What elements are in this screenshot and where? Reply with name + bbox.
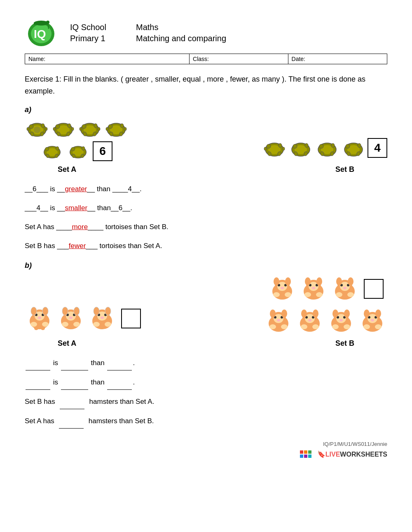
svg-point-127 xyxy=(312,287,315,289)
svg-point-89 xyxy=(41,327,45,330)
svg-point-175 xyxy=(364,309,370,318)
blank-b2-3[interactable] xyxy=(107,375,132,390)
set-a-count-box: 6 xyxy=(93,141,112,161)
svg-point-118 xyxy=(273,292,280,297)
worksheet-code: IQ/P1/M/U1/WS011/Jennie xyxy=(323,441,387,447)
tortoise-icon xyxy=(25,118,49,139)
svg-point-96 xyxy=(74,307,80,315)
svg-point-129 xyxy=(316,292,323,297)
header-text: IQ School Maths Primary 1 Matching and c… xyxy=(70,23,226,43)
svg-point-166 xyxy=(344,309,350,318)
set-a-top xyxy=(25,118,129,139)
liveworksheets-brand: 🔖LIVEWORKSHEETS xyxy=(300,450,387,458)
svg-point-27 xyxy=(94,124,97,128)
svg-point-115 xyxy=(274,277,279,286)
svg-point-84 xyxy=(42,307,48,315)
svg-point-106 xyxy=(105,307,111,315)
svg-point-43 xyxy=(56,147,59,150)
svg-point-126 xyxy=(316,277,322,286)
set-a-label-b: Set A xyxy=(58,339,76,348)
instruction-text: Exercise 1: Fill in the blanks. ( greate… xyxy=(25,73,387,97)
svg-point-119 xyxy=(285,292,291,297)
section-a-label: a) xyxy=(25,105,387,114)
svg-point-176 xyxy=(375,309,381,318)
svg-point-98 xyxy=(62,322,68,327)
svg-point-168 xyxy=(332,324,339,329)
svg-point-125 xyxy=(305,277,311,286)
section-b: b) xyxy=(25,261,387,429)
svg-point-167 xyxy=(339,319,343,321)
svg-point-158 xyxy=(301,324,307,329)
svg-point-128 xyxy=(304,292,311,297)
svg-point-165 xyxy=(332,309,338,318)
blank-num-1: __6___ xyxy=(25,185,48,193)
tortoise-icon xyxy=(67,142,89,160)
hamster-icon xyxy=(330,274,360,304)
school-label: IQ School xyxy=(70,23,136,32)
blank-b2-1[interactable] xyxy=(26,375,50,390)
svg-point-55 xyxy=(279,143,282,148)
svg-point-177 xyxy=(371,319,374,321)
fill-line-b2: is than . xyxy=(25,375,387,390)
svg-point-39 xyxy=(124,127,126,131)
hamster-icon xyxy=(326,306,356,336)
set-a-label: Set A xyxy=(58,165,76,174)
svg-point-157 xyxy=(308,319,311,321)
set-b-top: 4 xyxy=(262,138,387,159)
svg-point-30 xyxy=(80,127,82,131)
svg-point-10 xyxy=(41,124,44,128)
set-labels-b: Set A Set B xyxy=(25,339,387,348)
hamster-icon xyxy=(299,274,328,304)
svg-point-58 xyxy=(264,147,267,150)
blank-b1-2[interactable] xyxy=(61,356,88,370)
tortoise-icon xyxy=(104,118,129,139)
svg-point-87 xyxy=(42,322,49,327)
set-labels-a: Set A Set B xyxy=(25,165,387,174)
date-field: Date: xyxy=(288,54,387,64)
blank-b1-3[interactable] xyxy=(107,356,132,370)
svg-point-136 xyxy=(348,277,353,286)
svg-point-68 xyxy=(319,144,323,148)
fill-line-a2: ___4__ is __smaller__ than__6__. xyxy=(25,201,387,215)
svg-point-138 xyxy=(336,292,342,297)
fill-line-b3: Set B has hamsters than Set A. xyxy=(25,395,387,409)
tortoise-icon xyxy=(288,138,313,159)
name-field: Name: xyxy=(25,54,190,64)
hamster-icon xyxy=(267,274,297,304)
svg-point-147 xyxy=(277,319,280,321)
svg-point-83 xyxy=(31,307,37,315)
svg-point-139 xyxy=(347,292,354,297)
hamster-b-bottom-row xyxy=(264,306,387,336)
lw-live: 🔖LIVE xyxy=(317,451,340,458)
svg-point-19 xyxy=(68,124,71,128)
svg-point-9 xyxy=(29,124,33,129)
hamster-set-b xyxy=(264,274,387,336)
name-row: Name: Class: Date: xyxy=(25,54,387,64)
blank-b1-1[interactable] xyxy=(26,356,50,370)
iq-logo: IQ xyxy=(25,16,58,49)
tortoise-icon xyxy=(77,118,102,139)
svg-point-148 xyxy=(269,324,276,329)
svg-point-59 xyxy=(282,147,285,150)
fill-line-a1: __6___ is __greater__ than ____4__. xyxy=(25,182,387,196)
svg-point-159 xyxy=(312,324,319,329)
svg-point-97 xyxy=(69,316,73,319)
blank-b2-2[interactable] xyxy=(61,375,88,390)
svg-point-178 xyxy=(363,324,370,329)
tortoise-row: 6 4 xyxy=(25,118,387,161)
tortoise-icon xyxy=(341,138,366,159)
subject-value: Maths xyxy=(136,23,226,32)
blank-b3[interactable] xyxy=(60,395,84,409)
hamster-set-a xyxy=(25,304,141,336)
svg-point-13 xyxy=(27,127,29,131)
blank-b4[interactable] xyxy=(59,414,84,429)
svg-point-86 xyxy=(30,322,37,327)
svg-point-74 xyxy=(346,144,350,148)
svg-point-48 xyxy=(71,148,75,151)
hamster-b-count-box xyxy=(364,279,384,299)
svg-point-31 xyxy=(98,127,100,131)
svg-point-75 xyxy=(358,143,361,148)
svg-rect-182 xyxy=(308,450,311,454)
hamster-row xyxy=(25,274,387,336)
svg-text:IQ: IQ xyxy=(34,28,46,40)
